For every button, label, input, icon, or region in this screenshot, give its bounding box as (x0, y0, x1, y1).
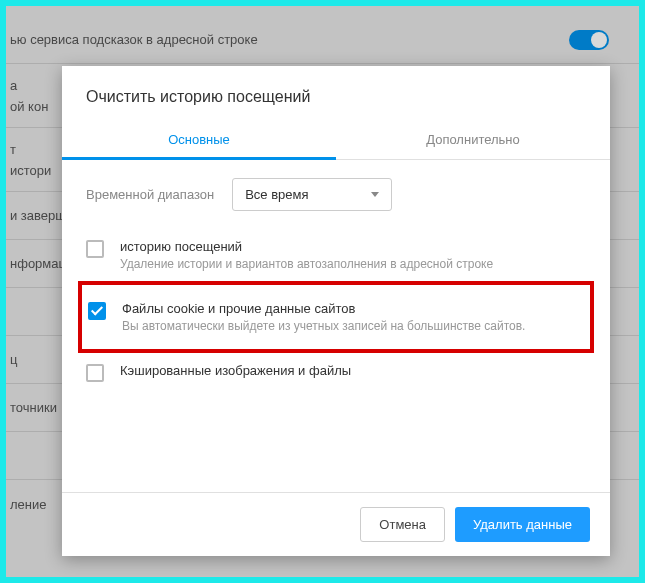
option-title: Кэшированные изображения и файлы (120, 363, 351, 378)
bg-setting-text: нформац (10, 256, 66, 271)
bg-setting-text: ление (10, 497, 47, 512)
option-cookies[interactable]: Файлы cookie и прочие данные сайтов Вы а… (84, 291, 588, 343)
option-subtitle: Вы автоматически выйдете из учетных запи… (122, 319, 525, 333)
option-subtitle: Удаление истории и вариантов автозаполне… (120, 257, 493, 271)
highlight-rectangle: Файлы cookie и прочие данные сайтов Вы а… (78, 281, 594, 353)
clear-history-dialog: Очистить историю посещений Основные Допо… (62, 66, 610, 556)
bg-setting-text: а (10, 78, 17, 93)
tab-advanced[interactable]: Дополнительно (336, 122, 610, 159)
chevron-down-icon (371, 192, 379, 197)
bg-setting-text: точники (10, 400, 57, 415)
checkbox-cookies[interactable] (88, 302, 106, 320)
bg-setting-text: истори (10, 163, 51, 178)
option-cache[interactable]: Кэшированные изображения и файлы (82, 353, 590, 392)
checkbox-history[interactable] (86, 240, 104, 258)
toggle-switch[interactable] (569, 30, 609, 50)
bg-setting-text: т (10, 142, 16, 157)
time-range-select[interactable]: Все время (232, 178, 392, 211)
bg-setting-text: и заверш (10, 208, 66, 223)
option-history[interactable]: историю посещений Удаление истории и вар… (82, 229, 590, 281)
option-title: историю посещений (120, 239, 493, 254)
dialog-title: Очистить историю посещений (62, 66, 610, 122)
option-title: Файлы cookie и прочие данные сайтов (122, 301, 525, 316)
clear-data-button[interactable]: Удалить данные (455, 507, 590, 542)
dialog-tabs: Основные Дополнительно (62, 122, 610, 160)
cancel-button[interactable]: Отмена (360, 507, 445, 542)
bg-setting-text: ью сервиса подсказок в адресной строке (10, 32, 258, 47)
time-range-label: Временной диапазон (86, 187, 214, 202)
time-range-value: Все время (245, 187, 308, 202)
checkbox-cache[interactable] (86, 364, 104, 382)
bg-setting-text: ц (10, 352, 17, 367)
bg-setting-text: ой кон (10, 99, 48, 114)
tab-basic[interactable]: Основные (62, 122, 336, 160)
